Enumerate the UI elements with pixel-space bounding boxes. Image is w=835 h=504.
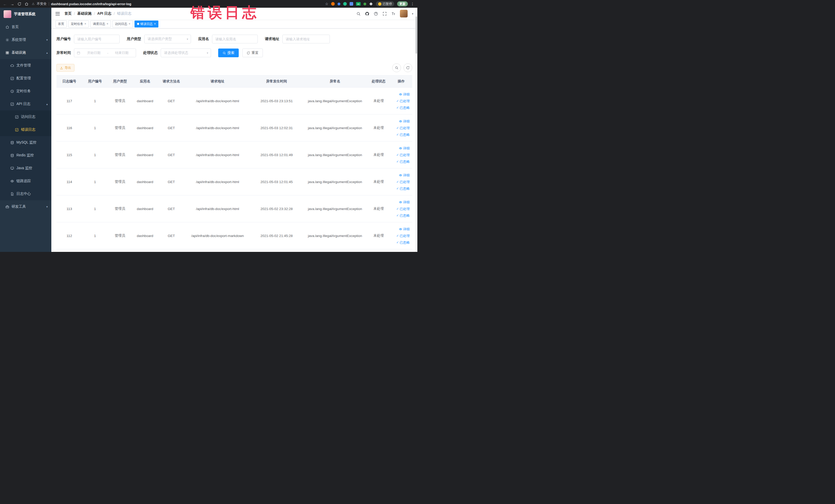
- app-name-input[interactable]: [212, 35, 258, 43]
- tab-home[interactable]: 首页: [56, 21, 67, 27]
- back-icon[interactable]: ←: [3, 2, 7, 6]
- cell-log-id: 116: [57, 115, 82, 141]
- update-button[interactable]: 更新: [397, 1, 408, 6]
- mark-processed-link[interactable]: ✓ 已处理: [396, 233, 410, 239]
- hamburger-icon[interactable]: [56, 12, 60, 15]
- user-id-input[interactable]: [74, 35, 120, 43]
- sidebar-item-system-management[interactable]: 系统管理 ▾: [0, 33, 51, 46]
- sidebar-item-log-center[interactable]: 日志中心: [0, 187, 51, 200]
- detail-link[interactable]: 详细: [399, 91, 410, 98]
- paused-badge[interactable]: 已暂停: [376, 1, 394, 6]
- mark-processed-link[interactable]: ✓ 已处理: [396, 179, 410, 185]
- sidebar-item-scheduled-tasks[interactable]: 定时任务: [0, 85, 51, 98]
- refresh-button[interactable]: [404, 63, 412, 72]
- sidebar-item-redis-monitor[interactable]: Redis 监控: [0, 149, 51, 162]
- tab-access-log[interactable]: 访问日志 ×: [113, 21, 133, 27]
- address-bar[interactable]: ⚠ 不安全 dashboard.yudao.iocoder.cn/infra/l…: [32, 2, 322, 6]
- extension-icon[interactable]: [364, 3, 366, 5]
- avatar-caret-icon[interactable]: ▾: [412, 12, 413, 15]
- top-bar: 首页 / 基础设施 / API 日志 / 错误日志 ▾: [51, 8, 418, 20]
- cell-method: GET: [158, 168, 185, 195]
- cell-app-name: dashboard: [132, 222, 158, 249]
- app-logo[interactable]: 芋道管理系统: [0, 8, 51, 21]
- calendar-icon: [77, 51, 80, 55]
- sidebar-item-access-log[interactable]: 访问日志: [0, 110, 51, 123]
- detail-link[interactable]: 详细: [399, 199, 410, 205]
- detail-link[interactable]: 详细: [399, 145, 410, 152]
- sidebar-item-api-logs[interactable]: API 日志 ▴: [0, 98, 51, 110]
- extension-icon[interactable]: [350, 2, 353, 6]
- sidebar-item-dev-tools[interactable]: 研发工具 ▾: [0, 200, 51, 213]
- close-icon[interactable]: ×: [106, 22, 108, 25]
- toggle-search-button[interactable]: [392, 63, 401, 72]
- toolbar-right: [392, 63, 412, 72]
- sidebar-item-config-management[interactable]: 配置管理: [0, 72, 51, 85]
- tab-error-log[interactable]: 错误日志 ×: [135, 21, 158, 27]
- sidebar-item-java-monitor[interactable]: Java 监控: [0, 162, 51, 175]
- user-type-select[interactable]: 请选择用户类型 ▾: [144, 35, 191, 43]
- sidebar-item-tracing[interactable]: 链路追踪: [0, 175, 51, 187]
- bookmark-star-icon[interactable]: ☆: [325, 2, 328, 6]
- extensions-puzzle-icon[interactable]: [369, 2, 373, 6]
- mark-ignored-link[interactable]: ✓ 已忽略: [396, 212, 410, 219]
- search-button[interactable]: 搜索: [218, 48, 239, 57]
- font-size-icon[interactable]: [391, 12, 395, 16]
- tab-scheduled-tasks[interactable]: 定时任务 ×: [68, 21, 89, 27]
- sidebar-item-infrastructure[interactable]: 基础设施 ▴: [0, 46, 51, 59]
- breadcrumb-home[interactable]: 首页: [64, 11, 72, 16]
- cell-exception-time: 2021-05-03 23:13:51: [250, 87, 303, 115]
- close-icon[interactable]: ×: [128, 22, 130, 25]
- mark-ignored-link[interactable]: ✓ 已忽略: [396, 132, 410, 138]
- breadcrumb-api-logs[interactable]: API 日志: [97, 11, 111, 16]
- mark-processed-link[interactable]: ✓ 已处理: [396, 125, 410, 131]
- sidebar-item-error-log[interactable]: 错误日志: [0, 123, 51, 136]
- monitor-icon: [10, 166, 14, 170]
- processed-label: 已处理: [400, 179, 410, 185]
- date-range-picker[interactable]: 开始日期 - 结束日期: [74, 48, 136, 57]
- sidebar-item-file-management[interactable]: 文件管理: [0, 59, 51, 72]
- github-icon[interactable]: [365, 12, 369, 16]
- check-icon: ✓: [396, 233, 399, 239]
- extension-on-badge[interactable]: on: [356, 2, 361, 6]
- search-icon[interactable]: [356, 12, 361, 16]
- avatar[interactable]: [400, 10, 408, 18]
- request-url-input[interactable]: [282, 35, 330, 43]
- sidebar-item-mysql-monitor[interactable]: MySQL 监控: [0, 136, 51, 149]
- detail-link[interactable]: 详细: [399, 172, 410, 178]
- processed-label: 已处理: [400, 152, 410, 158]
- tab-dispatch-log[interactable]: 调度日志 ×: [90, 21, 111, 27]
- extension-icon[interactable]: [331, 2, 335, 6]
- export-button[interactable]: 导出: [57, 64, 75, 72]
- select-placeholder: 请选择处理状态: [164, 51, 205, 55]
- help-icon[interactable]: [374, 12, 378, 16]
- close-icon[interactable]: ×: [84, 22, 86, 25]
- extension-icon[interactable]: [343, 2, 347, 6]
- filter-label: 请求地址: [265, 37, 279, 41]
- close-icon[interactable]: ×: [154, 22, 156, 25]
- mark-processed-link[interactable]: ✓ 已处理: [396, 206, 410, 212]
- home-icon: [5, 25, 9, 29]
- mark-ignored-link[interactable]: ✓ 已忽略: [396, 185, 410, 192]
- mark-processed-link[interactable]: ✓ 已处理: [396, 98, 410, 104]
- detail-link[interactable]: 详细: [399, 118, 410, 124]
- forward-icon[interactable]: →: [10, 2, 14, 6]
- mark-processed-link[interactable]: ✓ 已处理: [396, 152, 410, 158]
- sidebar-item-home[interactable]: 首页: [0, 21, 51, 33]
- browser-home-icon[interactable]: [25, 2, 28, 6]
- fullscreen-icon[interactable]: [383, 12, 387, 16]
- mark-ignored-link[interactable]: ✓ 已忽略: [396, 104, 410, 111]
- cell-user-type: 管理员: [108, 222, 132, 249]
- cell-status: 未处理: [367, 195, 390, 222]
- process-status-select[interactable]: 请选择处理状态 ▾: [161, 48, 211, 57]
- reset-button[interactable]: 重置: [242, 48, 263, 57]
- scrollbar[interactable]: [415, 8, 418, 252]
- breadcrumb-infrastructure[interactable]: 基础设施: [77, 11, 91, 16]
- reload-icon[interactable]: [18, 2, 21, 6]
- mark-ignored-link[interactable]: ✓ 已忽略: [396, 239, 410, 246]
- scrollbar-thumb[interactable]: [415, 16, 417, 54]
- browser-menu-icon[interactable]: ⋮: [411, 2, 414, 6]
- extension-icon[interactable]: [338, 3, 340, 5]
- date-range-separator: -: [107, 51, 108, 55]
- detail-link[interactable]: 详细: [399, 226, 410, 233]
- mark-ignored-link[interactable]: ✓ 已忽略: [396, 158, 410, 165]
